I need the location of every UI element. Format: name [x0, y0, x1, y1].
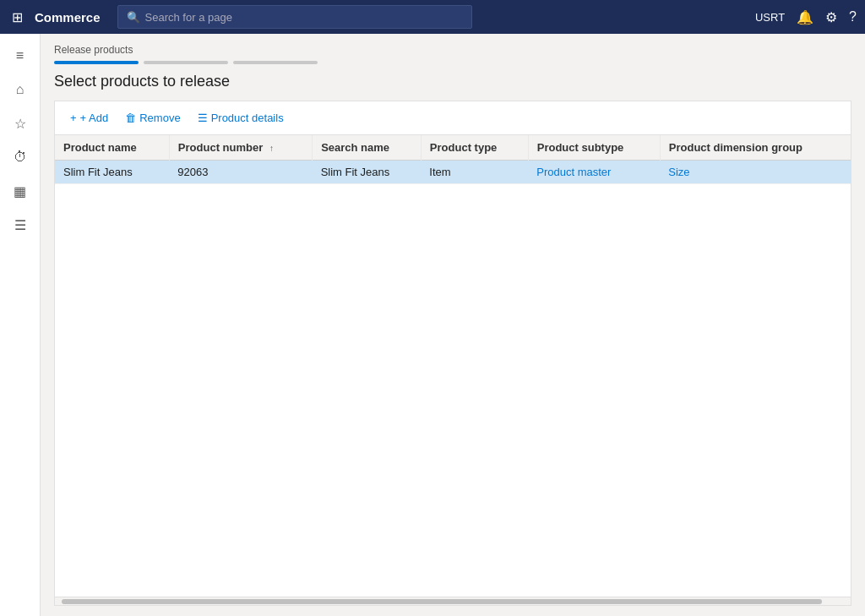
page-title: Select products to release	[54, 73, 851, 90]
add-icon: +	[70, 112, 77, 124]
col-product-type[interactable]: Product type	[421, 135, 528, 161]
wizard-step-3	[233, 61, 318, 64]
wizard-steps	[54, 61, 851, 64]
gear-icon[interactable]: ⚙	[825, 9, 837, 25]
sidenav-modules[interactable]: ▦	[3, 176, 37, 206]
wizard-step-2	[144, 61, 228, 64]
col-product-subtype[interactable]: Product subtype	[528, 135, 660, 161]
add-label: + Add	[80, 112, 109, 124]
cell-product-name: Slim Fit Jeans	[55, 161, 169, 184]
global-search-input[interactable]	[145, 11, 463, 24]
sort-icon: ↑	[269, 144, 274, 153]
col-product-dimension-group[interactable]: Product dimension group	[660, 135, 851, 161]
sidenav-recent[interactable]: ⏱	[3, 142, 37, 172]
scroll-indicator[interactable]	[55, 597, 851, 605]
sidenav-home[interactable]: ⌂	[3, 74, 37, 105]
col-product-number[interactable]: Product number ↑	[169, 135, 312, 161]
col-product-number-label: Product number	[178, 141, 263, 154]
cell-product-type: Item	[421, 161, 528, 184]
table-row[interactable]: Slim Fit Jeans92063Slim Fit JeansItemPro…	[55, 161, 851, 184]
table-body: Slim Fit Jeans92063Slim Fit JeansItemPro…	[55, 161, 851, 184]
top-nav-bar: ⊞ Commerce 🔍 USRT 🔔 ⚙ ?	[0, 0, 865, 34]
cell-product-dimension-group[interactable]: Size	[660, 161, 851, 184]
horizontal-scrollbar[interactable]	[62, 599, 822, 604]
side-nav: ≡ ⌂ ☆ ⏱ ▦ ☰	[0, 34, 41, 616]
breadcrumb: Release products	[54, 44, 851, 56]
table-header: Product name Product number ↑ Search nam…	[55, 135, 851, 161]
product-details-button[interactable]: ☰ Product details	[191, 108, 291, 128]
col-product-name[interactable]: Product name	[55, 135, 169, 161]
sidenav-favorites[interactable]: ☆	[3, 108, 37, 139]
add-button[interactable]: + + Add	[63, 108, 115, 128]
cell-product-subtype[interactable]: Product master	[528, 161, 660, 184]
grid-wrapper[interactable]: Product name Product number ↑ Search nam…	[55, 135, 851, 597]
cell-product-number: 92063	[169, 161, 312, 184]
main-content-area: Release products Select products to rele…	[41, 34, 865, 616]
app-grid-icon[interactable]: ⊞	[8, 6, 26, 29]
col-search-name[interactable]: Search name	[313, 135, 422, 161]
details-icon: ☰	[198, 112, 208, 124]
table-container: + + Add 🗑 Remove ☰ Product details	[54, 101, 851, 606]
wizard-step-1	[54, 61, 139, 64]
remove-label: Remove	[139, 112, 180, 124]
help-icon[interactable]: ?	[849, 9, 857, 25]
cell-search-name: Slim Fit Jeans	[313, 161, 422, 184]
sidenav-list[interactable]: ☰	[3, 210, 37, 240]
products-table: Product name Product number ↑ Search nam…	[55, 135, 851, 184]
product-details-label: Product details	[211, 112, 284, 124]
sidenav-hamburger[interactable]: ≡	[3, 41, 37, 71]
remove-icon: 🗑	[125, 112, 136, 124]
table-toolbar: + + Add 🗑 Remove ☰ Product details	[55, 101, 851, 135]
bell-icon[interactable]: 🔔	[797, 9, 813, 25]
app-title: Commerce	[35, 10, 101, 25]
search-icon: 🔍	[127, 11, 140, 24]
global-search-bar[interactable]: 🔍	[117, 5, 472, 29]
remove-button[interactable]: 🗑 Remove	[118, 108, 187, 128]
main-layout: ≡ ⌂ ☆ ⏱ ▦ ☰ Release products Select prod…	[0, 34, 865, 616]
user-label: USRT	[755, 11, 785, 24]
nav-right-area: USRT 🔔 ⚙ ?	[755, 9, 857, 25]
